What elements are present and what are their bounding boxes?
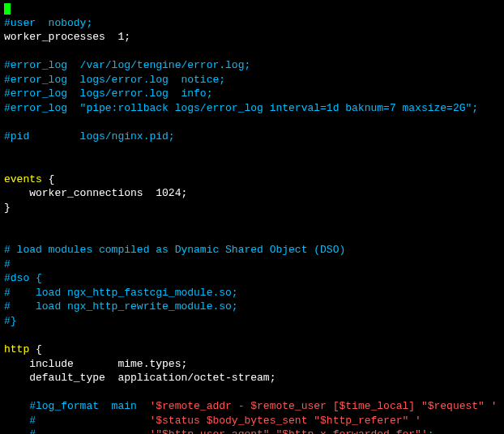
code-line: #error_log logs/error.log info; [4,87,500,101]
keyword: http [4,343,29,355]
code-line: #error_log logs/error.log notice; [4,73,500,87]
code-line: include mime.types; [4,357,500,372]
keyword: events [4,173,42,185]
code-line [4,158,500,172]
code-line [4,215,500,229]
comment-text: #user nobody; [4,17,92,29]
comment-text: #error_log logs/error.log info; [4,87,212,100]
comment-text: #dso { [4,272,42,284]
code-line: default_type application/octet-stream; [4,371,500,385]
comment-text: #log_format main [4,400,149,412]
code-line: #error_log "pipe:rollback logs/error_log… [4,101,500,116]
code-line: #user nobody; [4,16,500,31]
code-line: #pid logs/nginx.pid; [4,130,500,144]
code-line: # load modules compiled as Dynamic Share… [4,243,500,257]
comment-text: #error_log logs/error.log notice; [4,74,225,86]
config-text: worker_connections 1024; [4,187,187,199]
code-line: worker_connections 1024; [4,186,500,201]
config-text: } [4,202,11,214]
comment-text: #error_log /var/log/tengine/error.log; [4,59,250,71]
code-line: # '$status $body_bytes_sent "$http_refer… [4,414,500,428]
string-text: '$status $body_bytes_sent "$http_referer… [149,415,421,427]
code-line [4,385,500,400]
comment-text: #error_log "pipe:rollback logs/error_log… [4,102,478,114]
blank-line [4,330,11,342]
code-line: # load ngx_http_fastcgi_module.so; [4,286,500,300]
blank-line [4,386,11,398]
config-text: { [29,343,42,355]
code-line [4,143,500,158]
comment-text: #pid logs/nginx.pid; [4,130,175,143]
comment-text: # [4,428,149,434]
comment-text: # [4,415,149,427]
config-text: { [42,173,55,185]
code-line: # [4,257,500,272]
comment-text: # [4,258,11,270]
config-text: include mime.types; [4,358,187,370]
code-line: #} [4,314,500,329]
code-line: events { [4,172,500,187]
code-line: # '"$http_user_agent" "$http_x_forwarded… [4,428,500,434]
blank-line [4,45,11,57]
blank-line [4,116,11,128]
code-line [4,45,500,59]
code-line: #error_log /var/log/tengine/error.log; [4,58,500,73]
blank-line [4,230,11,242]
code-line [4,329,500,343]
blank-line [4,144,11,156]
comment-text: # load ngx_http_fastcgi_module.so; [4,287,238,299]
code-line: #log_format main '$remote_addr - $remote… [4,399,500,414]
comment-text: # load ngx_http_rewrite_module.so; [4,300,238,313]
code-line: worker_processes 1; [4,30,500,45]
comment-text: ; [428,428,434,434]
config-text: worker_processes 1; [4,31,130,43]
code-line: #dso { [4,271,500,286]
blank-line [4,215,11,228]
code-line: } [4,201,500,215]
code-line [4,115,500,130]
comment-text: # load modules compiled as Dynamic Share… [4,244,345,256]
blank-line [4,159,11,171]
code-line: http { [4,343,500,357]
code-line: # load ngx_http_rewrite_module.so; [4,300,500,314]
code-line [4,229,500,244]
comment-text: #} [4,315,17,327]
string-text: '$remote_addr - $remote_user [$time_loca… [149,400,497,412]
config-text: default_type application/octet-stream; [4,372,275,384]
terminal-cursor [4,3,11,15]
string-text: '"$http_user_agent" "$http_x_forwarded_f… [149,428,427,434]
